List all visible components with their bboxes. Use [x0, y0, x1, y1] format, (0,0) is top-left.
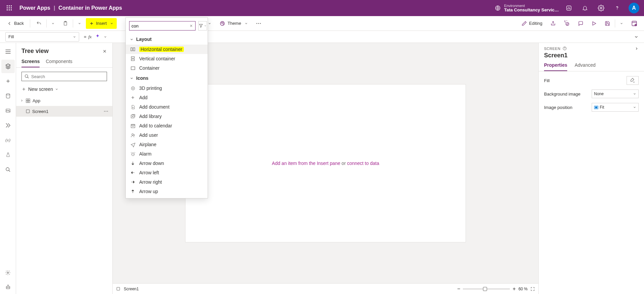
environment-picker[interactable]: Environment Tata Consultancy Servic…: [495, 4, 559, 12]
horizontal-container-icon: [130, 47, 136, 52]
waffle-icon[interactable]: [1, 0, 17, 16]
props-expand[interactable]: [635, 47, 639, 51]
formula-expand[interactable]: [634, 35, 639, 39]
insert-item-airplane[interactable]: Airplane: [126, 140, 208, 149]
insert-item-arrow-right[interactable]: Arrow right: [126, 177, 208, 187]
svg-point-32: [7, 287, 8, 288]
add-icon: [130, 95, 136, 100]
paste-more[interactable]: [74, 18, 85, 29]
svg-point-18: [221, 22, 222, 23]
insert-item-add-user[interactable]: Add user: [126, 130, 208, 140]
insert-category-label: Icons: [136, 75, 149, 81]
help-icon[interactable]: [562, 46, 567, 51]
canvas-or: or: [340, 161, 347, 166]
app-checker-button[interactable]: [560, 18, 573, 29]
rail-media[interactable]: [1, 104, 15, 117]
insert-item-add-library[interactable]: Add library: [126, 112, 208, 121]
zoom-slider[interactable]: [463, 289, 510, 289]
insert-item-add-document[interactable]: Add document: [126, 102, 208, 112]
svg-point-56: [131, 133, 133, 135]
insert-item-alarm[interactable]: Alarm: [126, 149, 208, 159]
fit-icon[interactable]: [530, 287, 535, 291]
svg-point-30: [7, 272, 8, 273]
prop-bgimage-select[interactable]: None: [592, 90, 639, 98]
property-selector[interactable]: Fill: [5, 32, 79, 42]
rail-hamburger[interactable]: [1, 45, 15, 58]
rail-power-automate[interactable]: [1, 119, 15, 132]
preview-button[interactable]: [588, 18, 600, 29]
tree-search[interactable]: [21, 72, 107, 81]
rail-insert[interactable]: [1, 74, 15, 88]
insert-filter[interactable]: [198, 21, 207, 31]
tab-components[interactable]: Components: [46, 59, 72, 67]
rail-variables[interactable]: (x): [1, 133, 15, 147]
tree-item-screen1[interactable]: Screen1: [16, 106, 112, 117]
canvas-link-data[interactable]: connect to data: [347, 161, 379, 166]
fx-label: fx: [89, 34, 92, 40]
insert-category-icons[interactable]: Icons: [126, 73, 208, 83]
comments-button[interactable]: [575, 18, 587, 29]
tab-screens[interactable]: Screens: [21, 59, 40, 67]
copilot-icon[interactable]: [561, 0, 577, 16]
zoom-in-button[interactable]: +: [513, 286, 516, 292]
formula-copilot-icon[interactable]: [94, 34, 101, 40]
insert-item-horizontal-container[interactable]: Horizontal container: [126, 45, 208, 54]
insert-item-label: Arrow up: [139, 189, 158, 194]
insert-button[interactable]: Insert: [86, 18, 117, 29]
more-icon[interactable]: [104, 111, 108, 112]
insert-item-label: Vertical container: [139, 56, 175, 61]
save-more[interactable]: [616, 18, 627, 29]
zoom-value: 60 %: [519, 287, 528, 291]
close-icon[interactable]: [102, 49, 107, 54]
canvas-link-insert[interactable]: Add an item from the Insert pane: [272, 161, 340, 166]
rail-search[interactable]: [1, 163, 15, 176]
zoom-out-button[interactable]: −: [457, 286, 460, 292]
theme-button[interactable]: Theme: [216, 18, 251, 29]
save-button[interactable]: [601, 18, 613, 29]
svg-rect-10: [567, 6, 571, 10]
insert-item-vertical-container[interactable]: Vertical container: [126, 54, 208, 63]
notifications-icon[interactable]: [577, 0, 593, 16]
publish-button[interactable]: [628, 18, 641, 29]
editing-mode[interactable]: Editing: [518, 18, 546, 29]
new-screen-button[interactable]: New screen: [16, 85, 112, 95]
overflow-button[interactable]: [253, 18, 265, 29]
rail-virtual-agent[interactable]: [1, 281, 15, 294]
paste-button[interactable]: [59, 18, 71, 29]
insert-item-arrow-down[interactable]: Arrow down: [126, 159, 208, 168]
rail-settings[interactable]: [1, 266, 15, 279]
svg-rect-47: [595, 106, 597, 108]
airplane-icon: [130, 142, 136, 147]
insert-category-layout[interactable]: Layout: [126, 34, 208, 45]
prop-imgpos-select[interactable]: Fit: [592, 103, 639, 112]
svg-point-34: [25, 75, 28, 77]
insert-item-add-calendar[interactable]: Add to calendar: [126, 121, 208, 130]
back-button[interactable]: Back: [3, 18, 27, 29]
insert-item-arrow-up[interactable]: Arrow up: [126, 187, 208, 196]
insert-search-input[interactable]: [131, 23, 188, 28]
tab-properties[interactable]: Properties: [544, 62, 567, 71]
rail-tests[interactable]: [1, 148, 15, 162]
insert-item-add[interactable]: Add: [126, 93, 208, 102]
tree-search-input[interactable]: [31, 74, 104, 79]
command-bar: Back Insert Theme: [0, 16, 644, 31]
fill-color-picker[interactable]: [627, 76, 639, 85]
rail-tree-view[interactable]: [1, 60, 15, 73]
insert-item-3d-printing[interactable]: 3D printing: [126, 83, 208, 93]
avatar[interactable]: A: [629, 3, 639, 13]
insert-item-arrow-left[interactable]: Arrow left: [126, 168, 208, 177]
share-button[interactable]: [547, 18, 559, 29]
undo-button[interactable]: [33, 18, 45, 29]
rail-data[interactable]: [1, 89, 15, 103]
canvas[interactable]: Add an item from the Insert pane or conn…: [185, 84, 466, 242]
chevron-down-icon: [130, 38, 133, 41]
tab-advanced[interactable]: Advanced: [575, 62, 595, 71]
insert-search[interactable]: [129, 21, 196, 31]
tree-item-app[interactable]: App: [16, 95, 112, 106]
insert-item-container[interactable]: Container: [126, 63, 208, 73]
undo-more[interactable]: [48, 18, 58, 29]
settings-icon[interactable]: [593, 0, 609, 16]
formula-more-icon[interactable]: [104, 35, 107, 39]
help-icon[interactable]: [609, 0, 625, 16]
clear-icon[interactable]: [189, 24, 193, 28]
